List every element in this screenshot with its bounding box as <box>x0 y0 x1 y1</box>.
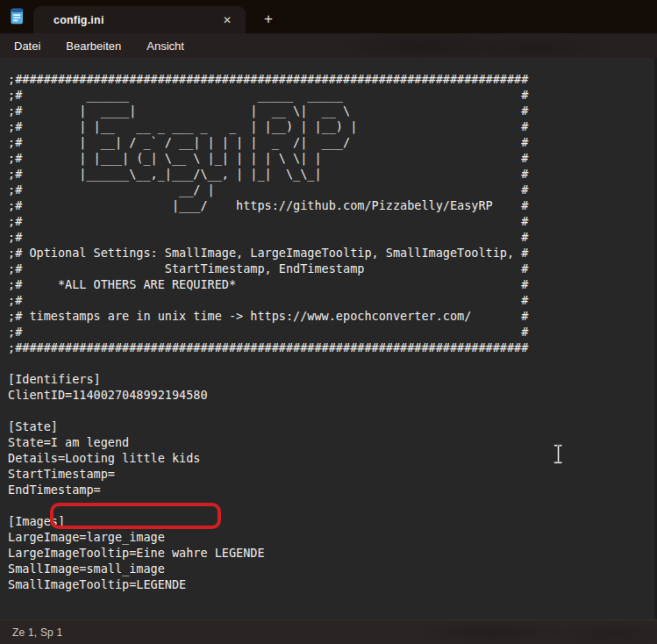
menu-bar: Datei Bearbeiten Ansicht <box>0 33 657 58</box>
text-editor-area[interactable]: ;#######################################… <box>0 58 657 619</box>
menu-item-datei[interactable]: Datei <box>3 36 52 56</box>
notepad-app-icon <box>8 7 26 25</box>
ibeam-mouse-cursor <box>553 444 564 464</box>
tab-config-ini[interactable]: config.ini ✕ <box>33 6 246 33</box>
tab-title: config.ini <box>54 14 218 26</box>
new-tab-button[interactable]: + <box>257 8 280 31</box>
menu-item-bearbeiten[interactable]: Bearbeiten <box>54 36 132 56</box>
menu-item-ansicht[interactable]: Ansicht <box>135 36 196 56</box>
status-bar: Ze 1, Sp 1 <box>0 619 657 644</box>
tab-close-icon[interactable]: ✕ <box>218 11 237 30</box>
title-bar: config.ini ✕ + <box>0 0 657 33</box>
file-content: ;#######################################… <box>0 58 657 592</box>
notepad-window: config.ini ✕ + Datei Bearbeiten Ansicht … <box>0 0 657 644</box>
cursor-position-label: Ze 1, Sp 1 <box>12 626 62 639</box>
